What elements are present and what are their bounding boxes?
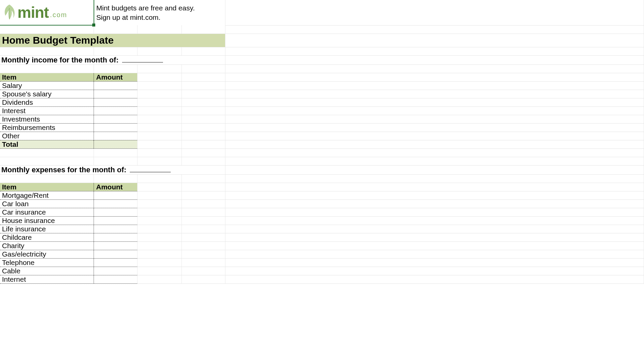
income-item[interactable]: Salary	[0, 81, 94, 90]
empty-cell[interactable]	[182, 233, 225, 241]
empty-cell[interactable]	[138, 90, 182, 98]
empty-cell[interactable]	[138, 275, 182, 283]
income-amount[interactable]	[94, 115, 138, 123]
income-amount[interactable]	[94, 106, 138, 115]
empty-cell[interactable]	[138, 174, 182, 183]
empty-cell[interactable]	[138, 258, 182, 267]
empty-cell[interactable]	[182, 47, 225, 55]
empty-cell[interactable]	[182, 216, 225, 225]
empty-cell[interactable]	[182, 115, 225, 123]
empty-cell[interactable]	[182, 132, 225, 140]
income-item[interactable]: Investments	[0, 115, 94, 123]
empty-cell[interactable]	[138, 208, 182, 216]
empty-cell[interactable]	[182, 157, 225, 165]
blank-underline[interactable]	[130, 172, 171, 172]
empty-cell[interactable]	[225, 90, 644, 98]
expense-amount[interactable]	[94, 258, 138, 267]
empty-cell[interactable]	[138, 64, 182, 73]
expense-amount[interactable]	[94, 250, 138, 258]
empty-cell[interactable]	[138, 98, 182, 106]
expense-item[interactable]: Gas/electricity	[0, 250, 94, 258]
empty-cell[interactable]	[138, 267, 182, 275]
empty-cell[interactable]	[182, 174, 225, 183]
selection-handle-icon[interactable]	[92, 24, 95, 27]
income-item[interactable]: Spouse's salary	[0, 90, 94, 98]
empty-cell[interactable]	[94, 47, 138, 55]
empty-cell[interactable]	[182, 191, 225, 199]
income-item[interactable]: Interest	[0, 106, 94, 115]
empty-cell[interactable]	[225, 250, 644, 258]
empty-cell[interactable]	[182, 64, 225, 73]
expense-item[interactable]: Charity	[0, 241, 94, 250]
empty-cell[interactable]	[225, 0, 644, 25]
empty-cell[interactable]	[225, 106, 644, 115]
expense-item[interactable]: Life insurance	[0, 225, 94, 233]
empty-cell[interactable]	[225, 73, 644, 81]
empty-cell[interactable]	[225, 258, 644, 267]
empty-cell[interactable]	[182, 90, 225, 98]
empty-cell[interactable]	[138, 183, 182, 191]
expense-amount[interactable]	[94, 233, 138, 241]
income-amount[interactable]	[94, 81, 138, 90]
empty-cell[interactable]	[225, 183, 644, 191]
expense-amount[interactable]	[94, 191, 138, 199]
empty-cell[interactable]	[0, 47, 94, 55]
empty-cell[interactable]	[182, 267, 225, 275]
empty-cell[interactable]	[94, 64, 138, 73]
expense-item[interactable]: Childcare	[0, 233, 94, 241]
empty-cell[interactable]	[138, 47, 182, 55]
income-item[interactable]: Other	[0, 132, 94, 140]
empty-cell[interactable]	[182, 225, 225, 233]
expense-item[interactable]: Mortgage/Rent	[0, 191, 94, 199]
empty-cell[interactable]	[0, 148, 94, 157]
expense-item[interactable]: Cable	[0, 267, 94, 275]
empty-cell[interactable]	[225, 157, 644, 165]
expense-amount[interactable]	[94, 267, 138, 275]
empty-cell[interactable]	[138, 225, 182, 233]
empty-cell[interactable]	[0, 157, 94, 165]
empty-cell[interactable]	[182, 250, 225, 258]
empty-cell[interactable]	[225, 216, 644, 225]
empty-cell[interactable]	[225, 34, 644, 47]
empty-cell[interactable]	[0, 25, 94, 34]
expense-item[interactable]: Telephone	[0, 258, 94, 267]
empty-cell[interactable]	[182, 148, 225, 157]
empty-cell[interactable]	[182, 275, 225, 283]
empty-cell[interactable]	[225, 267, 644, 275]
empty-cell[interactable]	[0, 64, 94, 73]
empty-cell[interactable]	[138, 148, 182, 157]
empty-cell[interactable]	[225, 208, 644, 216]
empty-cell[interactable]	[225, 55, 644, 64]
expense-item[interactable]: Car loan	[0, 199, 94, 208]
empty-cell[interactable]	[138, 250, 182, 258]
empty-cell[interactable]	[225, 191, 644, 199]
empty-cell[interactable]	[138, 157, 182, 165]
empty-cell[interactable]	[225, 47, 644, 55]
empty-cell[interactable]	[0, 174, 94, 183]
expense-item[interactable]: House insurance	[0, 216, 94, 225]
empty-cell[interactable]	[94, 174, 138, 183]
empty-cell[interactable]	[138, 25, 182, 34]
empty-cell[interactable]	[225, 275, 644, 283]
empty-cell[interactable]	[225, 140, 644, 148]
empty-cell[interactable]	[182, 98, 225, 106]
income-amount[interactable]	[94, 132, 138, 140]
empty-cell[interactable]	[182, 199, 225, 208]
empty-cell[interactable]	[94, 157, 138, 165]
income-item[interactable]: Reimbursements	[0, 123, 94, 132]
empty-cell[interactable]	[138, 123, 182, 132]
expense-amount[interactable]	[94, 199, 138, 208]
expense-amount[interactable]	[94, 225, 138, 233]
empty-cell[interactable]	[225, 165, 644, 174]
empty-cell[interactable]	[182, 140, 225, 148]
empty-cell[interactable]	[225, 241, 644, 250]
income-amount[interactable]	[94, 98, 138, 106]
empty-cell[interactable]	[138, 199, 182, 208]
empty-cell[interactable]	[138, 132, 182, 140]
empty-cell[interactable]	[182, 208, 225, 216]
empty-cell[interactable]	[225, 25, 644, 34]
empty-cell[interactable]	[138, 191, 182, 199]
expense-amount[interactable]	[94, 208, 138, 216]
empty-cell[interactable]	[182, 183, 225, 191]
expense-item[interactable]: Internet	[0, 275, 94, 283]
